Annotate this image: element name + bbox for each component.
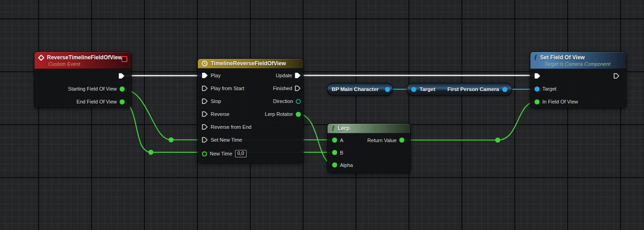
blueprint-graph-canvas[interactable]: ReverseTimelineFieldOfView Custom Event … [0,0,644,230]
pin-in-field-of-view[interactable] [535,99,540,104]
exec-in-pin[interactable] [535,73,540,79]
pin-lerp-b[interactable] [332,150,337,155]
exec-in-reversefromend-pin[interactable] [202,124,208,130]
delegate-pin[interactable] [121,56,127,62]
node-title: Lerp [338,125,350,132]
pin-label-lerp-rotator: Lerp Rotator [265,111,293,117]
exec-out-finished-pin[interactable] [295,86,301,91]
new-time-value-input[interactable]: 0,0 [235,150,247,157]
pin-label-b: B [340,150,343,155]
lerp-header[interactable]: ƒ Lerp [328,124,410,133]
node-subtitle: Target is Camera Component [544,61,621,67]
node-set-field-of-view[interactable]: ƒ Set Field Of View Target is Camera Com… [530,52,627,108]
node-custom-event[interactable]: ReverseTimelineFieldOfView Custom Event … [34,52,132,108]
pin-lerp-rotator[interactable] [296,112,301,117]
node-title: TimelineReverseFieldOfView [211,60,286,67]
custom-event-icon [38,55,44,61]
pin-label-set-new-time: Set New Time [211,137,242,143]
pin-camera-target-in[interactable] [411,87,416,92]
reroute-node-starting[interactable] [169,138,174,143]
pin-label-target: Target [542,86,557,92]
timeline-clock-icon [201,60,208,67]
node-subtitle: Custom Event [48,61,126,67]
pin-label-reverse-from-end: Reverse from End [211,124,252,130]
pin-label-starting-fov: Starting Field Of View [68,86,117,92]
pin-label-alpha: Alpha [340,162,353,168]
pin-label-update: Update [276,73,292,78]
pin-lerp-alpha[interactable] [332,162,337,167]
node-lerp[interactable]: ƒ Lerp A B Alpha R [327,123,411,173]
node-title: Set Field Of View [540,54,585,61]
exec-out-update-pin[interactable] [295,73,301,78]
function-icon: ƒ [332,126,335,131]
function-icon: ƒ [534,55,537,60]
node-bp-main-character[interactable]: BP Main Character [327,83,393,96]
bp-main-character-label: BP Main Character [332,86,379,92]
exec-in-setnewtime-pin[interactable] [202,137,208,143]
wire-layer [0,0,644,230]
wire-float-returnvalue-to-infov[interactable] [401,102,537,140]
node-title: ReverseTimelineFieldOfView [47,54,122,61]
pin-label-new-time: New Time [210,151,232,156]
reroute-node-end[interactable] [149,150,154,155]
pin-label-finished: Finished [273,86,292,91]
camera-output-label: First Person Camera [448,86,500,92]
node-timeline[interactable]: TimelineReverseFieldOfView Play Play fro… [197,58,304,163]
pin-label-in-field-of-view: In Field Of View [542,99,578,104]
pin-starting-fov[interactable] [120,86,125,92]
pin-label-end-fov: End Field Of View [76,99,117,104]
exec-out-pin[interactable] [614,73,620,79]
pin-return-value[interactable] [399,138,404,143]
pin-label-return-value: Return Value [368,138,397,143]
pin-new-time[interactable] [202,151,207,156]
pin-setfov-target[interactable] [535,86,540,92]
pin-end-fov[interactable] [120,99,125,104]
reroute-node-return[interactable] [495,138,500,143]
pin-camera-out[interactable] [502,87,507,92]
timeline-header[interactable]: TimelineReverseFieldOfView [198,59,303,69]
exec-out-pin[interactable] [119,73,125,79]
set-fov-header[interactable]: ƒ Set Field Of View Target is Camera Com… [530,52,626,69]
pin-label-direction: Direction [273,98,293,104]
custom-event-header[interactable]: ReverseTimelineFieldOfView Custom Event [34,52,131,69]
pin-direction[interactable] [296,99,301,104]
pin-bp-main-character-out[interactable] [385,87,390,92]
camera-target-label: Target [420,86,435,92]
node-first-person-camera[interactable]: Target First Person Camera [407,83,512,96]
